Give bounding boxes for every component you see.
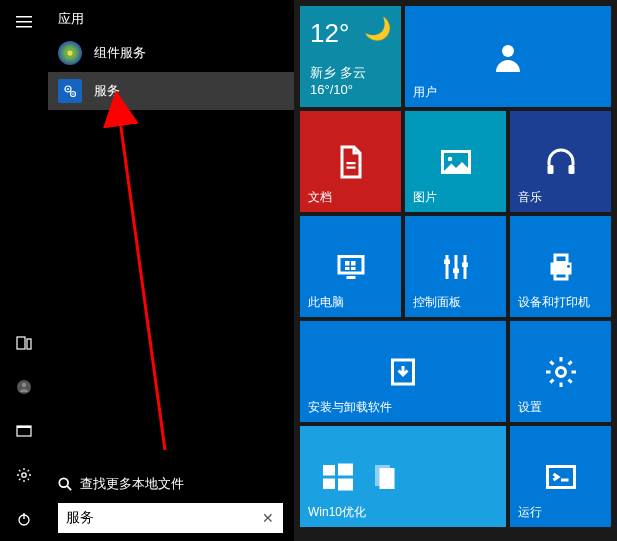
search-icon — [58, 477, 72, 491]
svg-point-41 — [567, 264, 570, 267]
user-icon — [490, 39, 526, 75]
tile-user[interactable]: 用户 — [405, 6, 611, 107]
svg-rect-39 — [555, 255, 567, 263]
svg-rect-11 — [23, 513, 24, 519]
monitor-icon — [333, 249, 369, 285]
svg-line-18 — [67, 486, 71, 490]
picture-icon — [438, 144, 474, 180]
tile-pics[interactable]: 图片 — [405, 111, 506, 212]
search-clear-button[interactable]: ✕ — [253, 503, 283, 533]
svg-rect-8 — [17, 426, 31, 428]
settings-gear-icon[interactable] — [0, 453, 48, 497]
svg-rect-27 — [346, 276, 355, 279]
power-icon[interactable] — [0, 497, 48, 541]
svg-rect-44 — [323, 465, 335, 476]
tile-settings[interactable]: 设置 — [510, 321, 611, 422]
headphones-icon — [543, 144, 579, 180]
hamburger-button[interactable] — [0, 0, 48, 44]
search-box[interactable]: ✕ — [58, 503, 283, 533]
layers-icon — [366, 459, 402, 495]
tile-install-uninstall[interactable]: 安装与卸载软件 — [300, 321, 506, 422]
svg-rect-3 — [17, 337, 25, 349]
gear-icon — [543, 354, 579, 390]
tile-printers[interactable]: 设备和打印机 — [510, 216, 611, 317]
svg-point-9 — [22, 473, 26, 477]
sliders-icon — [438, 249, 474, 285]
search-input[interactable] — [58, 510, 253, 526]
svg-rect-28 — [345, 261, 350, 266]
weather-location-desc: 新乡 多云 — [310, 64, 366, 82]
svg-point-17 — [59, 478, 68, 487]
svg-point-15 — [67, 88, 69, 90]
app-item-label: 服务 — [94, 82, 120, 100]
svg-point-6 — [22, 383, 26, 387]
component-services-icon — [58, 41, 82, 65]
svg-rect-35 — [444, 259, 450, 264]
tablet-mode-icon[interactable] — [0, 321, 48, 365]
weather-range: 16°/10° — [310, 82, 353, 97]
svg-rect-50 — [547, 466, 574, 487]
moon-icon: 🌙 — [364, 16, 391, 42]
svg-point-43 — [556, 367, 565, 376]
svg-rect-49 — [380, 468, 395, 489]
app-item-services[interactable]: 服务 — [48, 72, 294, 110]
svg-rect-36 — [453, 268, 459, 273]
svg-rect-20 — [346, 162, 355, 164]
app-item-component-services[interactable]: 组件服务 — [48, 34, 294, 72]
left-rail — [0, 0, 48, 541]
svg-rect-45 — [338, 463, 353, 475]
search-hint[interactable]: 查找更多本地文件 — [58, 475, 297, 493]
svg-rect-29 — [351, 261, 356, 266]
svg-point-16 — [72, 93, 74, 95]
printer-icon — [543, 249, 579, 285]
svg-rect-47 — [338, 478, 353, 490]
svg-point-12 — [67, 50, 72, 55]
terminal-icon — [543, 459, 579, 495]
tile-docs[interactable]: 文档 — [300, 111, 401, 212]
tile-control-panel[interactable]: 控制面板 — [405, 216, 506, 317]
document-icon — [333, 144, 369, 180]
svg-rect-25 — [568, 165, 574, 174]
services-gear-icon — [58, 79, 82, 103]
svg-rect-31 — [351, 267, 356, 270]
app-item-label: 组件服务 — [94, 44, 146, 62]
svg-rect-40 — [555, 271, 567, 279]
tile-run[interactable]: 运行 — [510, 426, 611, 527]
svg-rect-24 — [547, 165, 553, 174]
weather-temp: 12° — [310, 18, 349, 49]
file-explorer-icon[interactable] — [0, 409, 48, 453]
download-box-icon — [385, 354, 421, 390]
svg-rect-2 — [16, 26, 32, 28]
tile-win10-optimize[interactable]: Win10优化 — [300, 426, 506, 527]
windows-logo-icon — [320, 459, 356, 495]
svg-point-19 — [502, 45, 514, 57]
tile-grid: 12° 🌙 新乡 多云 16°/10° 用户 文档 图片 音乐 — [294, 0, 617, 541]
app-list-header: 应用 — [48, 0, 294, 34]
app-list-panel: 应用 组件服务 服务 查找更多本地文件 ✕ — [48, 0, 294, 541]
svg-rect-37 — [462, 262, 468, 267]
svg-rect-30 — [345, 267, 350, 270]
account-icon[interactable] — [0, 365, 48, 409]
svg-rect-4 — [27, 339, 31, 349]
svg-point-23 — [447, 156, 452, 161]
svg-rect-21 — [346, 166, 355, 168]
weather-tile[interactable]: 12° 🌙 新乡 多云 16°/10° — [300, 6, 401, 107]
svg-rect-46 — [323, 478, 335, 489]
tile-music[interactable]: 音乐 — [510, 111, 611, 212]
svg-rect-0 — [16, 16, 32, 18]
tile-thispc[interactable]: 此电脑 — [300, 216, 401, 317]
svg-rect-1 — [16, 21, 32, 23]
